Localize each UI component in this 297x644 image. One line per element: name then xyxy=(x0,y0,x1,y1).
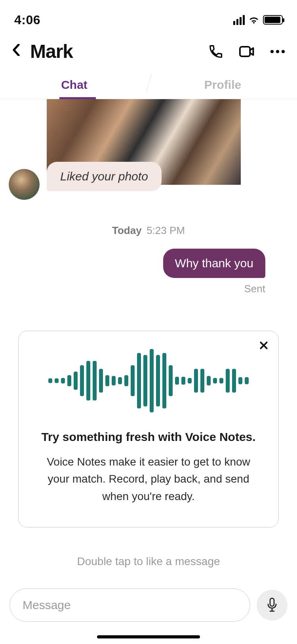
svg-rect-4 xyxy=(270,598,274,606)
tabs: Chat Profile xyxy=(0,71,297,99)
status-time: 4:06 xyxy=(14,13,40,27)
message-status: Sent xyxy=(0,278,297,295)
home-indicator[interactable] xyxy=(97,635,200,638)
outgoing-bubble[interactable]: Why thank you xyxy=(163,249,265,278)
separator-day: Today xyxy=(112,224,142,236)
status-icons xyxy=(233,15,283,25)
chat-content[interactable]: Liked your photo Today 5:23 PM Why thank… xyxy=(0,99,297,568)
microphone-icon xyxy=(266,597,278,613)
waveform-icon xyxy=(30,347,267,414)
promo-title: Try something fresh with Voice Notes. xyxy=(30,430,267,444)
video-call-button[interactable] xyxy=(239,44,254,59)
status-bar: 4:06 xyxy=(0,0,297,35)
sender-avatar[interactable] xyxy=(9,169,40,200)
voice-notes-promo: Try something fresh with Voice Notes. Vo… xyxy=(18,331,279,527)
cellular-icon xyxy=(233,15,245,25)
tab-chat[interactable]: Chat xyxy=(0,71,148,99)
svg-rect-0 xyxy=(240,46,250,56)
outgoing-row: Why thank you xyxy=(0,246,297,278)
svg-point-2 xyxy=(276,50,279,53)
back-button[interactable] xyxy=(12,44,21,59)
double-tap-hint: Double tap to like a message xyxy=(0,555,297,568)
wifi-icon xyxy=(249,16,259,24)
voice-record-button[interactable] xyxy=(257,590,287,621)
promo-close-button[interactable] xyxy=(259,340,268,353)
message-input[interactable] xyxy=(10,588,250,622)
time-separator: Today 5:23 PM xyxy=(0,209,297,246)
tab-profile[interactable]: Profile xyxy=(148,71,297,99)
svg-point-1 xyxy=(270,50,274,53)
like-bubble[interactable]: Liked your photo xyxy=(47,162,162,191)
incoming-photo-block: Liked your photo xyxy=(47,99,241,185)
header: Mark xyxy=(0,35,297,71)
promo-body: Voice Notes make it easier to get to kno… xyxy=(30,453,267,505)
battery-icon xyxy=(263,15,283,25)
svg-point-3 xyxy=(282,50,285,53)
input-bar xyxy=(10,588,287,622)
separator-time: 5:23 PM xyxy=(147,224,185,236)
more-button[interactable] xyxy=(270,44,285,59)
call-button[interactable] xyxy=(208,44,223,59)
like-text: Liked your photo xyxy=(60,170,148,183)
conversation-title: Mark xyxy=(30,40,199,62)
